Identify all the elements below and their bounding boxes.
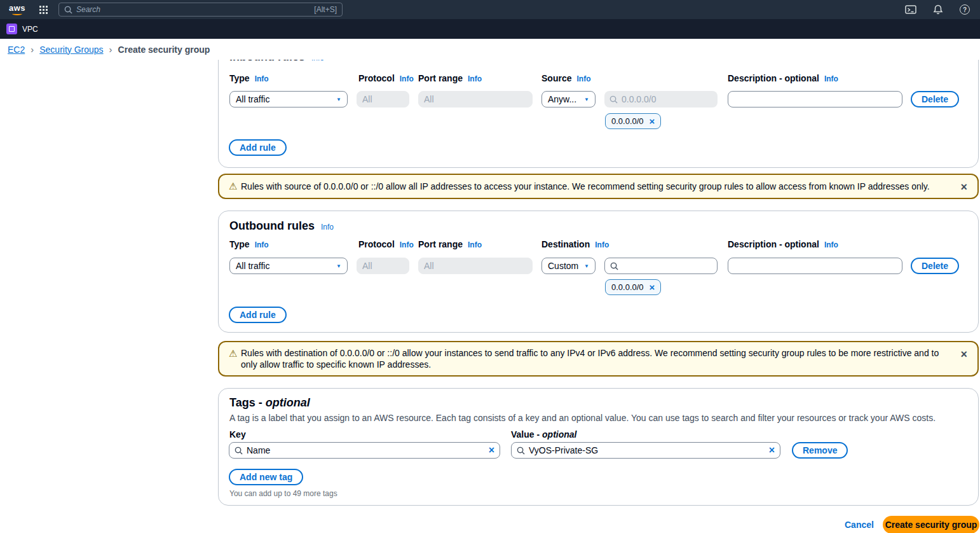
breadcrumb: EC2 › Security Groups › Create security … xyxy=(0,39,980,60)
outbound-info-link[interactable]: Info xyxy=(321,223,334,232)
tags-title: Tags - optional xyxy=(229,396,310,410)
outbound-destination-label: Destination xyxy=(541,239,590,249)
search-icon xyxy=(517,446,525,455)
top-navigation-bar: aws Search [Alt+S] ? xyxy=(0,0,980,19)
source-info-link[interactable]: Info xyxy=(576,74,590,83)
tag-key-label: Key xyxy=(229,429,246,440)
breadcrumb-separator: › xyxy=(109,44,112,55)
breadcrumb-separator: › xyxy=(31,44,34,55)
inbound-source-label: Source xyxy=(541,73,571,83)
inbound-source-token: 0.0.0.0/0 × xyxy=(605,113,661,129)
search-icon xyxy=(64,6,72,14)
inbound-source-cidr-input xyxy=(622,94,712,104)
outbound-type-label: Type xyxy=(229,239,250,249)
service-bar: VPC xyxy=(0,19,980,39)
tag-key-input[interactable]: × xyxy=(229,442,500,459)
type-info-link[interactable]: Info xyxy=(255,240,269,249)
chevron-down-icon: ▼ xyxy=(336,97,341,102)
close-icon[interactable]: × xyxy=(960,182,967,192)
breadcrumb-security-groups[interactable]: Security Groups xyxy=(39,45,103,55)
outbound-destination-select[interactable]: Custom ▼ xyxy=(541,258,595,274)
remove-token-icon[interactable]: × xyxy=(650,282,655,292)
breadcrumb-ec2[interactable]: EC2 xyxy=(8,45,25,55)
inbound-type-select[interactable]: All traffic ▼ xyxy=(229,91,348,107)
inbound-description-label: Description - optional xyxy=(728,73,819,83)
close-icon[interactable]: × xyxy=(960,349,967,359)
outbound-rules-section: Outbound rules Info TypeInfo ProtocolInf… xyxy=(218,211,979,333)
inbound-port-range-label: Port range xyxy=(418,73,463,83)
topbar-icons: ? xyxy=(905,0,970,19)
aws-logo[interactable]: aws xyxy=(6,4,28,15)
type-info-link[interactable]: Info xyxy=(255,74,269,83)
tag-limit-note: You can add up to 49 more tags xyxy=(229,489,337,498)
inbound-rules-section: Inbound rules Info TypeInfo ProtocolInfo… xyxy=(218,48,979,168)
outbound-protocol-label: Protocol xyxy=(358,239,395,249)
description-info-link[interactable]: Info xyxy=(824,74,838,83)
port-range-info-link[interactable]: Info xyxy=(468,74,482,83)
apps-grid-icon[interactable] xyxy=(39,6,48,14)
vpc-service-icon[interactable] xyxy=(6,24,17,34)
tag-key-field[interactable] xyxy=(247,445,485,455)
description-info-link[interactable]: Info xyxy=(824,240,838,249)
inbound-type-label: Type xyxy=(229,73,250,83)
aws-logo-smile xyxy=(12,12,22,15)
clear-input-icon[interactable]: × xyxy=(769,445,775,455)
port-range-info-link[interactable]: Info xyxy=(468,240,482,249)
destination-info-link[interactable]: Info xyxy=(595,240,609,249)
outbound-destination-cidr-input[interactable] xyxy=(622,261,712,271)
outbound-warning-text: Rules with destination of 0.0.0.0/0 or :… xyxy=(241,347,944,370)
inbound-port-range-input xyxy=(418,91,533,107)
add-new-tag-button[interactable]: Add new tag xyxy=(229,469,303,485)
outbound-type-select[interactable]: All traffic ▼ xyxy=(229,258,348,274)
chevron-down-icon: ▼ xyxy=(336,263,341,269)
inbound-protocol-input xyxy=(357,91,409,107)
tag-value-field[interactable] xyxy=(529,445,765,455)
outbound-destination-token: 0.0.0.0/0 × xyxy=(605,279,661,295)
search-icon xyxy=(609,95,618,104)
chevron-down-icon: ▼ xyxy=(584,97,589,102)
outbound-add-rule-button[interactable]: Add rule xyxy=(229,307,287,323)
breadcrumb-current-page: Create security group xyxy=(118,45,210,55)
tags-section: Tags - optional A tag is a label that yo… xyxy=(218,388,979,506)
remove-tag-button[interactable]: Remove xyxy=(792,442,848,459)
inbound-warning-text: Rules with source of 0.0.0.0/0 or ::/0 a… xyxy=(241,181,944,192)
outbound-description-input[interactable] xyxy=(728,258,902,274)
inbound-source-select[interactable]: Anyw... ▼ xyxy=(541,91,595,107)
cloudshell-icon[interactable] xyxy=(905,4,916,15)
inbound-add-rule-button[interactable]: Add rule xyxy=(229,139,287,156)
outbound-rules-title: Outbound rules xyxy=(229,219,315,233)
remove-token-icon[interactable]: × xyxy=(650,116,655,126)
tag-value-input[interactable]: × xyxy=(511,442,780,459)
cancel-button[interactable]: Cancel xyxy=(845,520,874,530)
warning-icon: ⚠ xyxy=(229,349,237,358)
outbound-description-label: Description - optional xyxy=(728,239,819,249)
chevron-down-icon: ▼ xyxy=(584,263,589,269)
outbound-protocol-input xyxy=(357,258,409,274)
outbound-delete-button[interactable]: Delete xyxy=(911,258,959,274)
outbound-warning-alert: ⚠ Rules with destination of 0.0.0.0/0 or… xyxy=(218,341,979,377)
service-name[interactable]: VPC xyxy=(22,25,38,34)
create-security-group-button[interactable]: Create security group xyxy=(883,516,979,533)
protocol-info-link[interactable]: Info xyxy=(400,240,414,249)
warning-icon: ⚠ xyxy=(229,181,237,191)
help-icon[interactable]: ? xyxy=(960,4,970,15)
notifications-bell-icon[interactable] xyxy=(933,4,943,15)
search-icon xyxy=(610,262,618,270)
outbound-port-range-label: Port range xyxy=(418,239,463,249)
inbound-description-input[interactable] xyxy=(728,91,902,107)
search-placeholder: Search xyxy=(76,5,314,14)
outbound-port-range-input xyxy=(418,258,533,274)
tag-value-label: Value - optional xyxy=(511,429,576,440)
global-search-input[interactable]: Search [Alt+S] xyxy=(58,3,343,17)
search-shortcut-hint: [Alt+S] xyxy=(314,5,337,14)
aws-logo-text: aws xyxy=(9,4,25,12)
protocol-info-link[interactable]: Info xyxy=(400,74,414,83)
clear-input-icon[interactable]: × xyxy=(489,445,494,455)
inbound-source-search xyxy=(604,91,718,107)
inbound-delete-button[interactable]: Delete xyxy=(911,91,959,107)
inbound-protocol-label: Protocol xyxy=(358,73,395,83)
outbound-destination-search[interactable] xyxy=(604,258,718,274)
tags-description: A tag is a label that you assign to an A… xyxy=(229,413,936,423)
inbound-warning-alert: ⚠ Rules with source of 0.0.0.0/0 or ::/0… xyxy=(218,174,979,199)
search-icon xyxy=(235,446,243,455)
